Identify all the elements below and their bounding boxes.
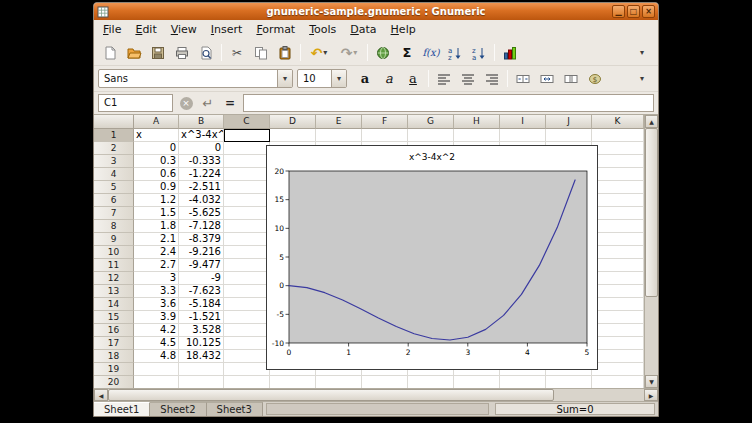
row-header-15[interactable]: 15: [94, 311, 134, 324]
embedded-chart[interactable]: x^3-4x^2-10-505101520012345: [266, 145, 598, 370]
cell-B19[interactable]: [179, 363, 224, 376]
cell-C17[interactable]: [224, 337, 270, 350]
cell-K6[interactable]: [592, 194, 644, 207]
cell-A20[interactable]: [134, 376, 179, 388]
cell-K16[interactable]: [592, 324, 644, 337]
cell-C14[interactable]: [224, 298, 270, 311]
cell-A1[interactable]: x: [134, 129, 179, 142]
cell-K8[interactable]: [592, 220, 644, 233]
row-header-6[interactable]: 6: [94, 194, 134, 207]
font-name-select[interactable]: Sans ▾: [98, 69, 293, 88]
cell-K9[interactable]: [592, 233, 644, 246]
cell-A17[interactable]: 4.5: [134, 337, 179, 350]
menu-insert[interactable]: Insert: [204, 21, 250, 39]
cell-C7[interactable]: [224, 207, 270, 220]
scroll-up-button[interactable]: ▲: [645, 115, 658, 128]
row-header-10[interactable]: 10: [94, 246, 134, 259]
cell-B16[interactable]: 3.528: [179, 324, 224, 337]
menu-edit[interactable]: Edit: [128, 21, 163, 39]
align-left-button[interactable]: [432, 68, 456, 90]
cell-A4[interactable]: 0.6: [134, 168, 179, 181]
cell-A18[interactable]: 4.8: [134, 350, 179, 363]
cell-B13[interactable]: -7.623: [179, 285, 224, 298]
cell-A11[interactable]: 2.7: [134, 259, 179, 272]
col-header-J[interactable]: J: [546, 115, 592, 129]
col-header-B[interactable]: B: [179, 115, 224, 129]
cell-A15[interactable]: 3.9: [134, 311, 179, 324]
formula-input[interactable]: [243, 94, 654, 112]
cell-A16[interactable]: 4.2: [134, 324, 179, 337]
select-all-corner[interactable]: [94, 115, 134, 129]
menu-data[interactable]: Data: [343, 21, 383, 39]
cell-B4[interactable]: -1.224: [179, 168, 224, 181]
row-header-5[interactable]: 5: [94, 181, 134, 194]
font-size-dropdown-arrow[interactable]: ▾: [331, 70, 346, 87]
maximize-button[interactable]: □: [627, 5, 640, 18]
redo-button[interactable]: ↷ ▾: [334, 42, 364, 64]
cut-button[interactable]: ✂: [225, 42, 249, 64]
align-center-button[interactable]: [456, 68, 480, 90]
cell-A3[interactable]: 0.3: [134, 155, 179, 168]
cell-K2[interactable]: [592, 142, 644, 155]
cell-A6[interactable]: 1.2: [134, 194, 179, 207]
cell-F1[interactable]: [362, 129, 408, 142]
horizontal-scrollbar[interactable]: ◀ ▶: [94, 388, 658, 401]
cell-A5[interactable]: 0.9: [134, 181, 179, 194]
cell-C4[interactable]: [224, 168, 270, 181]
cell-B2[interactable]: 0: [179, 142, 224, 155]
col-header-G[interactable]: G: [408, 115, 454, 129]
cell-K3[interactable]: [592, 155, 644, 168]
confirm-edit-button[interactable]: ↵: [199, 94, 217, 112]
row-header-7[interactable]: 7: [94, 207, 134, 220]
cell-I20[interactable]: [500, 376, 546, 388]
scroll-left-button[interactable]: ◀: [94, 389, 108, 401]
horizontal-scroll-thumb[interactable]: [108, 389, 554, 401]
italic-button[interactable]: a: [377, 68, 401, 90]
cell-H1[interactable]: [454, 129, 500, 142]
row-header-3[interactable]: 3: [94, 155, 134, 168]
underline-button[interactable]: a: [401, 68, 425, 90]
format-toolbar-overflow-button[interactable]: ▾: [630, 68, 654, 90]
cell-K7[interactable]: [592, 207, 644, 220]
cell-B20[interactable]: [179, 376, 224, 388]
row-header-16[interactable]: 16: [94, 324, 134, 337]
row-header-13[interactable]: 13: [94, 285, 134, 298]
align-right-button[interactable]: [480, 68, 504, 90]
menu-tools[interactable]: Tools: [302, 21, 343, 39]
row-header-18[interactable]: 18: [94, 350, 134, 363]
vertical-scroll-thumb[interactable]: [645, 128, 658, 297]
row-header-1[interactable]: 1: [94, 129, 134, 142]
close-button[interactable]: ×: [642, 5, 655, 18]
vertical-scroll-trough[interactable]: [645, 297, 658, 375]
cell-B12[interactable]: -9: [179, 272, 224, 285]
cell-C20[interactable]: [224, 376, 270, 388]
save-button[interactable]: [146, 42, 170, 64]
cell-K13[interactable]: [592, 285, 644, 298]
cell-D20[interactable]: [270, 376, 316, 388]
cell-B7[interactable]: -5.625: [179, 207, 224, 220]
cell-C5[interactable]: [224, 181, 270, 194]
menu-format[interactable]: Format: [249, 21, 302, 39]
cell-B17[interactable]: 10.125: [179, 337, 224, 350]
cell-I1[interactable]: [500, 129, 546, 142]
cell-C2[interactable]: [224, 142, 270, 155]
cell-B5[interactable]: -2.511: [179, 181, 224, 194]
cell-B6[interactable]: -4.032: [179, 194, 224, 207]
cell-C10[interactable]: [224, 246, 270, 259]
cell-B15[interactable]: -1.521: [179, 311, 224, 324]
cell-B11[interactable]: -9.477: [179, 259, 224, 272]
col-header-C[interactable]: C: [224, 115, 270, 129]
cell-K5[interactable]: [592, 181, 644, 194]
cell-K4[interactable]: [592, 168, 644, 181]
cell-E20[interactable]: [316, 376, 362, 388]
sheet-tab-sheet3[interactable]: Sheet3: [207, 402, 263, 416]
col-header-K[interactable]: K: [592, 115, 644, 129]
cell-C9[interactable]: [224, 233, 270, 246]
cell-K18[interactable]: [592, 350, 644, 363]
col-header-H[interactable]: H: [454, 115, 500, 129]
cell-A12[interactable]: 3: [134, 272, 179, 285]
cell-C3[interactable]: [224, 155, 270, 168]
merge-cells-button[interactable]: [535, 68, 559, 90]
cell-B10[interactable]: -9.216: [179, 246, 224, 259]
col-header-F[interactable]: F: [362, 115, 408, 129]
